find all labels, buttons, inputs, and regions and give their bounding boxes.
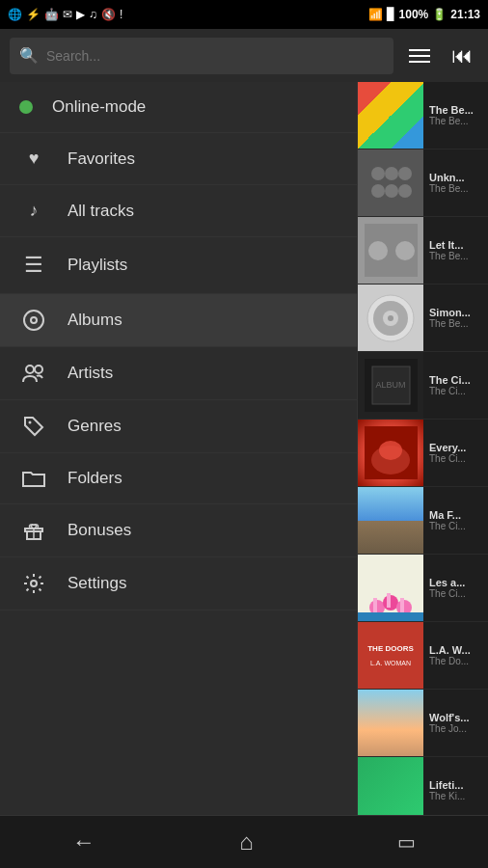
- album-artist: The Ci...: [429, 588, 482, 599]
- album-title: Every...: [429, 442, 482, 453]
- heart-icon: ♥: [19, 149, 48, 169]
- list-item[interactable]: Wolf's... The Jo...: [358, 690, 488, 757]
- artists-icon: [19, 363, 48, 384]
- sidebar-item-folders[interactable]: Folders: [0, 453, 357, 504]
- svg-point-3: [35, 366, 42, 373]
- album-title: Unkn...: [429, 172, 482, 183]
- svg-point-2: [26, 366, 34, 373]
- hamburger-icon: [409, 45, 430, 67]
- album-artist: The Be...: [429, 251, 482, 261]
- list-item[interactable]: Simon... The Be...: [358, 285, 488, 352]
- back-arrow-icon: ←: [72, 828, 95, 855]
- status-icons: 🌐 ⚡ 🤖 ✉ ▶ ♫ 🔇 !: [8, 8, 122, 21]
- sidebar-item-settings[interactable]: Settings: [0, 557, 357, 610]
- alert-icon: !: [120, 8, 122, 21]
- svg-text:THE DOORS: THE DOORS: [367, 644, 414, 653]
- tag-icon: [19, 416, 48, 437]
- search-box[interactable]: 🔍: [10, 38, 393, 74]
- online-dot-icon: [19, 100, 33, 114]
- search-icon: 🔍: [19, 46, 39, 65]
- sidebar-item-label: Online-mode: [52, 97, 146, 117]
- list-item[interactable]: Let It... The Be...: [358, 217, 488, 285]
- sidebar-item-all-tracks[interactable]: ♪ All tracks: [0, 185, 357, 237]
- mute-icon: 🔇: [101, 8, 116, 21]
- sidebar-item-label: Favorites: [68, 149, 135, 169]
- list-item[interactable]: Les a... The Ci...: [358, 555, 488, 622]
- android-icon: 🤖: [44, 8, 59, 21]
- album-info: The Be... The Be...: [423, 100, 488, 130]
- list-icon: ☰: [19, 253, 48, 278]
- album-thumbnail: [358, 420, 423, 487]
- album-info: Unkn... The Be...: [423, 168, 488, 198]
- album-artist: The Ci...: [429, 521, 482, 531]
- top-bar: 🔍 ⏮: [0, 29, 488, 82]
- album-info: L.A. W... The Do...: [423, 640, 488, 670]
- svg-point-27: [379, 441, 402, 460]
- rewind-icon: ⏮: [451, 43, 473, 68]
- svg-rect-33: [387, 593, 391, 608]
- svg-point-12: [371, 184, 385, 198]
- svg-point-17: [395, 241, 415, 260]
- album-artist: The Ki...: [429, 791, 482, 801]
- album-info: Lifeti... The Ki...: [423, 775, 488, 805]
- svg-rect-35: [358, 612, 423, 622]
- recent-apps-button[interactable]: ▭: [378, 823, 435, 861]
- list-item[interactable]: Lifeti... The Ki...: [358, 757, 488, 815]
- album-artist: The Be...: [429, 116, 482, 126]
- album-artist: The Jo...: [429, 723, 482, 734]
- album-title: Wolf's...: [429, 712, 482, 723]
- sidebar-item-albums[interactable]: Albums ◀: [0, 294, 357, 347]
- main-area: Online-mode ♥ Favorites ♪ All tracks ☰ P…: [0, 82, 488, 815]
- album-thumbnail: THE DOORS L.A. WOMAN: [358, 622, 423, 690]
- sidebar-item-online-mode[interactable]: Online-mode: [0, 82, 357, 133]
- usb-icon: ⚡: [26, 8, 41, 21]
- album-title: Lifeti...: [429, 779, 482, 791]
- svg-point-7: [31, 581, 37, 586]
- search-input[interactable]: [46, 48, 384, 64]
- album-info: Les a... The Ci...: [423, 573, 488, 603]
- svg-text:ALBUM: ALBUM: [375, 380, 405, 390]
- sidebar-item-bonuses[interactable]: Bonuses: [0, 504, 357, 557]
- list-item[interactable]: Every... The Ci...: [358, 420, 488, 487]
- sidebar-item-artists[interactable]: Artists: [0, 347, 357, 400]
- album-thumbnail: [358, 757, 423, 815]
- album-artist: The Ci...: [429, 453, 482, 464]
- sidebar-item-genres[interactable]: Genres: [0, 400, 357, 453]
- sidebar-item-playlists[interactable]: ☰ Playlists: [0, 237, 357, 294]
- signal-icon: ▊: [387, 8, 395, 21]
- list-item[interactable]: The Be... The Be...: [358, 82, 488, 149]
- rewind-button[interactable]: ⏮: [446, 38, 478, 74]
- album-title: The Be...: [429, 104, 482, 116]
- album-info: Simon... The Be...: [423, 303, 488, 333]
- album-title: Ma F...: [429, 509, 482, 521]
- album-title: Les a...: [429, 577, 482, 588]
- list-item[interactable]: ALBUM The Ci... The Ci...: [358, 352, 488, 420]
- album-thumbnail: [358, 149, 423, 217]
- back-button[interactable]: ←: [53, 821, 115, 863]
- time-display: 21:13: [450, 8, 480, 21]
- svg-point-10: [385, 167, 398, 180]
- sidebar-item-label: Settings: [68, 574, 126, 593]
- album-info: Let It... The Be...: [423, 235, 488, 265]
- sidebar-item-favorites[interactable]: ♥ Favorites: [0, 133, 357, 185]
- album-title: Let It...: [429, 239, 482, 251]
- list-item[interactable]: Unkn... The Be...: [358, 149, 488, 217]
- svg-point-14: [398, 184, 412, 198]
- album-thumbnail: [358, 82, 423, 149]
- menu-button[interactable]: [403, 40, 436, 72]
- list-item[interactable]: Ma F... The Ci...: [358, 487, 488, 555]
- wifi-icon: 📶: [368, 8, 383, 21]
- album-thumbnail: ALBUM: [358, 352, 423, 420]
- list-item[interactable]: THE DOORS L.A. WOMAN L.A. W... The Do...: [358, 622, 488, 690]
- album-artist: The Be...: [429, 318, 482, 329]
- disc-icon: [19, 310, 48, 331]
- album-info: Every... The Ci...: [423, 438, 488, 468]
- recent-apps-icon: ▭: [397, 830, 416, 854]
- status-bar: 🌐 ⚡ 🤖 ✉ ▶ ♫ 🔇 ! 📶 ▊ 100% 🔋 21:13: [0, 0, 488, 29]
- album-thumbnail: [358, 487, 423, 555]
- sidebar-item-label: Albums: [68, 311, 122, 330]
- folder-icon: [19, 469, 48, 488]
- album-thumbnail: [358, 555, 423, 622]
- home-button[interactable]: ⌂: [220, 821, 273, 863]
- sidebar-item-label: Genres: [68, 417, 122, 436]
